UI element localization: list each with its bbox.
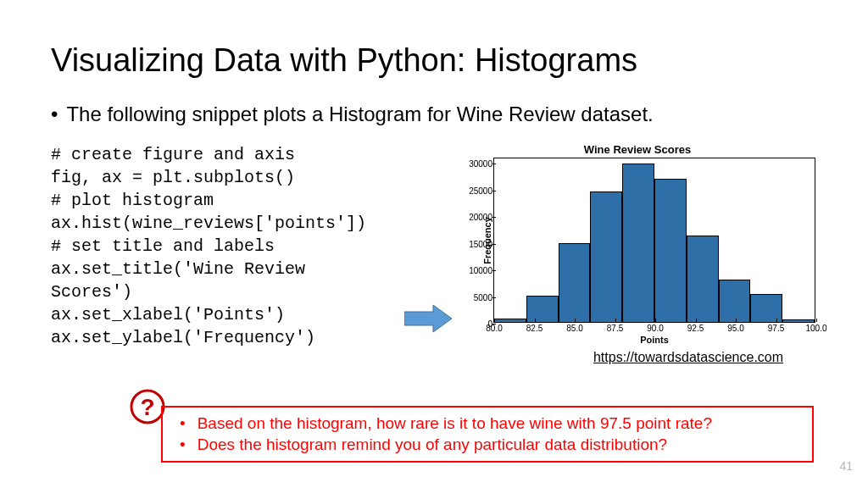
histogram-bar	[622, 164, 654, 322]
x-tick-label: 85.0	[566, 324, 582, 333]
y-tick-label: 30000	[469, 159, 492, 169]
code-snippet: # create figure and axis fig, ax = plt.s…	[51, 143, 398, 349]
x-tick-label: 95.0	[727, 324, 743, 333]
source-link[interactable]: https://towardsdatascience.com	[593, 350, 783, 365]
x-tick-label: 97.5	[768, 324, 784, 333]
arrow-wrap	[398, 143, 458, 334]
x-tick-label: 92.5	[687, 324, 704, 333]
histogram-bar	[559, 243, 591, 322]
svg-text:?: ?	[140, 394, 154, 420]
bullet-dot: •	[180, 413, 186, 435]
x-tick-label: 100.0	[805, 324, 826, 333]
callout-row-2: • Does the histogram remind you of any p…	[180, 434, 802, 456]
chart-column: Wine Review Scores Frequency 05000100001…	[458, 143, 817, 365]
question-callout: • Based on the histogram, how rare is it…	[161, 406, 814, 463]
histogram-chart: Wine Review Scores Frequency 05000100001…	[459, 143, 815, 345]
slide: Visualizing Data with Python: Histograms…	[0, 0, 868, 488]
histogram-bar	[590, 191, 622, 322]
x-ticks: 80.082.585.087.590.092.595.097.5100.0	[494, 322, 815, 334]
x-axis-label: Points	[493, 335, 815, 345]
page-number: 41	[839, 459, 853, 473]
callout-row-1: • Based on the histogram, how rare is it…	[180, 413, 802, 435]
arrow-right-icon	[404, 303, 452, 334]
histogram-bar	[719, 280, 751, 322]
y-tick-label: 20000	[469, 213, 492, 222]
histogram-bar	[750, 294, 782, 322]
histogram-bar	[526, 296, 559, 322]
bullet-dot: •	[180, 434, 186, 456]
histogram-bar	[654, 179, 687, 322]
y-tick-label: 5000	[474, 292, 492, 302]
svg-marker-0	[404, 305, 452, 332]
main-bullet: • The following snippet plots a Histogra…	[51, 103, 817, 126]
x-tick-label: 90.0	[647, 324, 663, 333]
chart-title: Wine Review Scores	[459, 143, 815, 156]
x-tick-label: 82.5	[526, 324, 542, 333]
callout-q2: Does the histogram remind you of any par…	[198, 434, 667, 456]
y-tick-label: 10000	[469, 266, 492, 275]
slide-title: Visualizing Data with Python: Histograms	[51, 42, 817, 79]
y-tick-label: 25000	[469, 186, 492, 195]
content-row: # create figure and axis fig, ax = plt.s…	[51, 143, 817, 365]
x-tick-label: 80.0	[486, 324, 502, 333]
histogram-bar	[687, 236, 719, 322]
x-tick-label: 87.5	[607, 324, 623, 333]
y-tick-label: 15000	[469, 239, 492, 248]
callout-q1: Based on the histogram, how rare is it t…	[198, 413, 712, 435]
plot-area: Frequency 050001000015000200002500030000…	[493, 158, 815, 323]
main-bullet-text: The following snippet plots a Histogram …	[66, 103, 653, 126]
bars-container	[494, 158, 815, 322]
y-ticks: 050001000015000200002500030000	[465, 158, 492, 322]
bullet-dot: •	[51, 103, 58, 126]
